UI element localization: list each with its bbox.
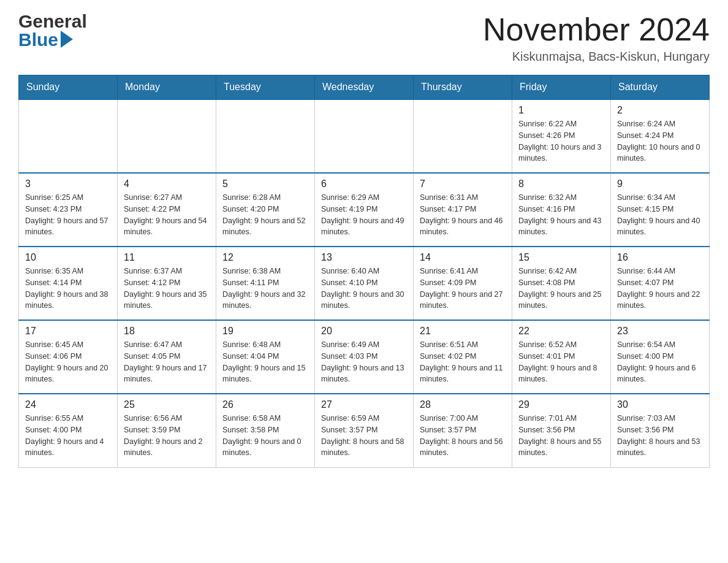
day-number: 11 [124,252,210,263]
day-number: 21 [420,326,506,337]
calendar-day: 13Sunrise: 6:40 AMSunset: 4:10 PMDayligh… [315,247,414,320]
calendar-day: 27Sunrise: 6:59 AMSunset: 3:57 PMDayligh… [315,394,414,467]
day-info: Sunrise: 6:45 AMSunset: 4:06 PMDaylight:… [25,339,111,385]
day-info: Sunrise: 7:03 AMSunset: 3:56 PMDaylight:… [617,413,703,459]
logo-general-text: General [18,12,87,31]
day-number: 9 [617,178,703,190]
day-info: Sunrise: 6:48 AMSunset: 4:04 PMDaylight:… [222,339,308,385]
day-number: 25 [124,399,210,410]
calendar-header-saturday: Saturday [611,75,710,100]
day-info: Sunrise: 6:49 AMSunset: 4:03 PMDaylight:… [321,339,407,385]
calendar-day: 29Sunrise: 7:01 AMSunset: 3:56 PMDayligh… [512,394,611,467]
calendar-day: 10Sunrise: 6:35 AMSunset: 4:14 PMDayligh… [19,247,118,320]
calendar-header-monday: Monday [118,75,216,100]
page-header: General Blue November 2024 Kiskunmajsa, … [18,12,710,64]
day-info: Sunrise: 6:59 AMSunset: 3:57 PMDaylight:… [321,413,407,459]
calendar-day: 19Sunrise: 6:48 AMSunset: 4:04 PMDayligh… [216,320,315,394]
calendar-day: 30Sunrise: 7:03 AMSunset: 3:56 PMDayligh… [611,394,710,467]
calendar-day: 6Sunrise: 6:29 AMSunset: 4:19 PMDaylight… [315,173,414,247]
day-info: Sunrise: 6:41 AMSunset: 4:09 PMDaylight:… [420,266,506,312]
calendar-header-thursday: Thursday [414,75,512,100]
day-number: 26 [222,399,308,410]
calendar-day: 2Sunrise: 6:24 AMSunset: 4:24 PMDaylight… [611,99,710,173]
calendar-week-2: 3Sunrise: 6:25 AMSunset: 4:23 PMDaylight… [19,173,710,247]
day-number: 8 [518,178,604,190]
day-info: Sunrise: 6:51 AMSunset: 4:02 PMDaylight:… [420,339,506,385]
day-number: 24 [25,399,111,410]
day-info: Sunrise: 6:22 AMSunset: 4:26 PMDaylight:… [518,118,604,164]
calendar-day [19,99,118,173]
page-title: November 2024 [483,12,710,47]
day-info: Sunrise: 6:29 AMSunset: 4:19 PMDaylight:… [321,192,407,238]
day-info: Sunrise: 6:37 AMSunset: 4:12 PMDaylight:… [124,266,210,312]
calendar-day: 9Sunrise: 6:34 AMSunset: 4:15 PMDaylight… [611,173,710,247]
calendar-header-sunday: Sunday [19,75,118,100]
day-number: 1 [518,105,604,116]
day-number: 19 [222,326,308,337]
calendar-day: 4Sunrise: 6:27 AMSunset: 4:22 PMDaylight… [118,173,216,247]
day-number: 28 [420,399,506,410]
day-info: Sunrise: 6:58 AMSunset: 3:58 PMDaylight:… [222,413,308,459]
day-info: Sunrise: 6:44 AMSunset: 4:07 PMDaylight:… [617,266,703,312]
day-number: 3 [25,178,111,190]
day-info: Sunrise: 6:54 AMSunset: 4:00 PMDaylight:… [617,339,703,385]
calendar-week-4: 17Sunrise: 6:45 AMSunset: 4:06 PMDayligh… [19,320,710,394]
calendar-day: 1Sunrise: 6:22 AMSunset: 4:26 PMDaylight… [512,99,611,173]
day-number: 2 [617,105,703,116]
day-number: 17 [25,326,111,337]
day-info: Sunrise: 6:40 AMSunset: 4:10 PMDaylight:… [321,266,407,312]
day-info: Sunrise: 6:52 AMSunset: 4:01 PMDaylight:… [518,339,604,385]
day-number: 23 [617,326,703,337]
calendar-day: 15Sunrise: 6:42 AMSunset: 4:08 PMDayligh… [512,247,611,320]
calendar-day: 17Sunrise: 6:45 AMSunset: 4:06 PMDayligh… [19,320,118,394]
day-number: 15 [518,252,604,263]
logo: General Blue [18,12,87,49]
day-number: 22 [518,326,604,337]
logo-arrow-icon [61,31,73,48]
calendar-day [216,99,315,173]
calendar-header-friday: Friday [512,75,611,100]
calendar-day: 18Sunrise: 6:47 AMSunset: 4:05 PMDayligh… [118,320,216,394]
day-info: Sunrise: 6:24 AMSunset: 4:24 PMDaylight:… [617,118,703,164]
day-info: Sunrise: 6:38 AMSunset: 4:11 PMDaylight:… [222,266,308,312]
calendar-day: 14Sunrise: 6:41 AMSunset: 4:09 PMDayligh… [414,247,512,320]
day-info: Sunrise: 6:34 AMSunset: 4:15 PMDaylight:… [617,192,703,238]
calendar-day: 20Sunrise: 6:49 AMSunset: 4:03 PMDayligh… [315,320,414,394]
calendar-day: 25Sunrise: 6:56 AMSunset: 3:59 PMDayligh… [118,394,216,467]
calendar-day: 8Sunrise: 6:32 AMSunset: 4:16 PMDaylight… [512,173,611,247]
title-section: November 2024 Kiskunmajsa, Bacs-Kiskun, … [483,12,710,64]
day-info: Sunrise: 6:42 AMSunset: 4:08 PMDaylight:… [518,266,604,312]
calendar-day: 7Sunrise: 6:31 AMSunset: 4:17 PMDaylight… [414,173,512,247]
calendar-day: 5Sunrise: 6:28 AMSunset: 4:20 PMDaylight… [216,173,315,247]
calendar-week-5: 24Sunrise: 6:55 AMSunset: 4:00 PMDayligh… [19,394,710,467]
day-number: 6 [321,178,407,190]
calendar-day: 22Sunrise: 6:52 AMSunset: 4:01 PMDayligh… [512,320,611,394]
calendar-day: 28Sunrise: 7:00 AMSunset: 3:57 PMDayligh… [414,394,512,467]
day-number: 12 [222,252,308,263]
calendar-day: 11Sunrise: 6:37 AMSunset: 4:12 PMDayligh… [118,247,216,320]
calendar-day: 24Sunrise: 6:55 AMSunset: 4:00 PMDayligh… [19,394,118,467]
calendar-header-wednesday: Wednesday [315,75,414,100]
day-info: Sunrise: 6:55 AMSunset: 4:00 PMDaylight:… [25,413,111,459]
day-info: Sunrise: 6:32 AMSunset: 4:16 PMDaylight:… [518,192,604,238]
calendar-week-3: 10Sunrise: 6:35 AMSunset: 4:14 PMDayligh… [19,247,710,320]
calendar-week-1: 1Sunrise: 6:22 AMSunset: 4:26 PMDaylight… [19,99,710,173]
calendar-day: 23Sunrise: 6:54 AMSunset: 4:00 PMDayligh… [611,320,710,394]
day-info: Sunrise: 6:47 AMSunset: 4:05 PMDaylight:… [124,339,210,385]
day-number: 20 [321,326,407,337]
calendar-day [315,99,414,173]
calendar-day: 26Sunrise: 6:58 AMSunset: 3:58 PMDayligh… [216,394,315,467]
day-number: 4 [124,178,210,190]
day-info: Sunrise: 6:56 AMSunset: 3:59 PMDaylight:… [124,413,210,459]
calendar-day: 3Sunrise: 6:25 AMSunset: 4:23 PMDaylight… [19,173,118,247]
day-info: Sunrise: 6:35 AMSunset: 4:14 PMDaylight:… [25,266,111,312]
calendar-day [414,99,512,173]
day-info: Sunrise: 6:25 AMSunset: 4:23 PMDaylight:… [25,192,111,238]
calendar-day: 12Sunrise: 6:38 AMSunset: 4:11 PMDayligh… [216,247,315,320]
day-info: Sunrise: 6:31 AMSunset: 4:17 PMDaylight:… [420,192,506,238]
day-info: Sunrise: 6:27 AMSunset: 4:22 PMDaylight:… [124,192,210,238]
day-number: 16 [617,252,703,263]
calendar-table: SundayMondayTuesdayWednesdayThursdayFrid… [18,75,710,468]
day-number: 18 [124,326,210,337]
calendar-header-row: SundayMondayTuesdayWednesdayThursdayFrid… [19,75,710,100]
